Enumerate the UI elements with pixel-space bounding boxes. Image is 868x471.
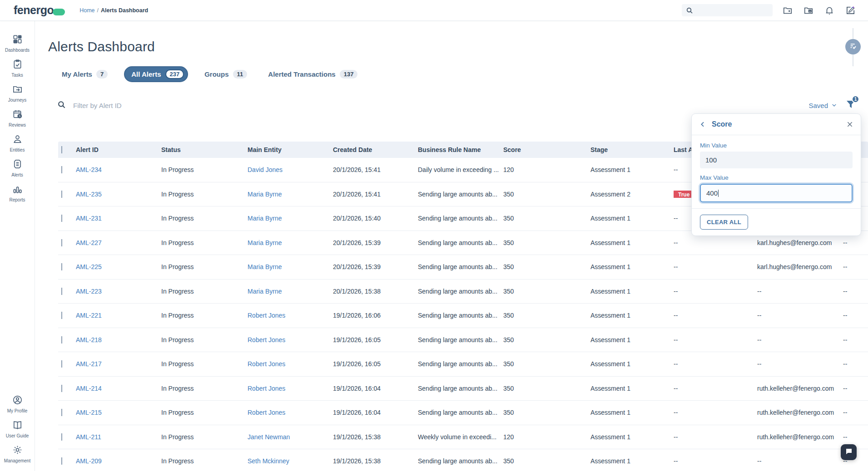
table-row[interactable]: AML-218 In Progress Robert Jones 19/1/20… (58, 328, 868, 353)
alert-id-link[interactable]: AML-214 (76, 385, 161, 392)
alert-id-link[interactable]: AML-231 (76, 215, 161, 222)
compose-ai-icon[interactable] (844, 5, 856, 16)
bell-icon[interactable] (823, 5, 835, 16)
back-chevron-icon[interactable] (699, 121, 706, 128)
main-entity-link[interactable]: Robert Jones (248, 360, 333, 368)
main-entity-link[interactable]: Robert Jones (248, 336, 333, 343)
alert-id-link[interactable]: AML-209 (76, 457, 161, 465)
main-entity-link[interactable]: Janet Newman (248, 433, 333, 441)
sidebar-item-reports[interactable]: Reports (0, 181, 35, 206)
stage-cell: Assessment 1 (590, 215, 674, 222)
clear-all-button[interactable]: CLEAR ALL (700, 215, 748, 230)
sidebar-item-alerts[interactable]: Alerts (0, 156, 35, 181)
row-checkbox[interactable] (61, 263, 62, 270)
reviews-icon (12, 109, 23, 121)
main-entity-link[interactable]: Maria Byrne (248, 215, 333, 222)
business-rule-cell: Sending large amounts ab... (418, 409, 503, 416)
col-main-entity[interactable]: Main Entity (248, 146, 333, 153)
sidebar-item-journeys[interactable]: Journeys (0, 81, 35, 106)
global-search-input[interactable] (696, 7, 769, 14)
sidebar-item-dashboards[interactable]: Dashboards (0, 31, 35, 56)
col-business-rule[interactable]: Business Rule Name (418, 146, 503, 153)
folder-add-icon[interactable] (782, 5, 794, 16)
main-entity-link[interactable]: Seth Mckinney (248, 457, 333, 465)
created-date-cell: 20/1/2026, 15:41 (333, 166, 418, 173)
business-rule-cell: Sending large amounts ab... (418, 191, 503, 198)
table-row[interactable]: AML-209 In Progress Seth Mckinney 19/1/2… (58, 449, 868, 471)
table-row[interactable]: AML-223 In Progress Maria Byrne 20/1/202… (58, 280, 868, 304)
row-checkbox[interactable] (61, 360, 62, 368)
col-score[interactable]: Score (503, 146, 590, 153)
table-row[interactable]: AML-217 In Progress Robert Jones 19/1/20… (58, 352, 868, 377)
main-entity-link[interactable]: Maria Byrne (248, 191, 333, 198)
alert-id-link[interactable]: AML-223 (76, 288, 161, 295)
row-checkbox[interactable] (61, 288, 62, 295)
sidebar-item-label: Entities (10, 147, 25, 152)
filter-toggle-button[interactable]: 1 (845, 99, 856, 112)
panel-title: Score (712, 120, 732, 128)
col-created-date[interactable]: Created Date (333, 146, 418, 153)
global-search[interactable] (682, 4, 773, 16)
alert-id-link[interactable]: AML-235 (76, 191, 161, 198)
chat-launcher-button[interactable] (841, 444, 857, 460)
table-row[interactable]: AML-225 In Progress Maria Byrne 20/1/202… (58, 255, 868, 280)
table-row[interactable]: AML-214 In Progress Robert Jones 19/1/20… (58, 377, 868, 401)
main-entity-link[interactable]: Robert Jones (248, 409, 333, 416)
alert-id-link[interactable]: AML-227 (76, 239, 161, 246)
col-alert-id[interactable]: Alert ID (76, 146, 161, 153)
main-entity-link[interactable]: Maria Byrne (248, 239, 333, 246)
alert-id-link[interactable]: AML-221 (76, 312, 161, 319)
business-rule-cell: Sending large amounts ab... (418, 385, 503, 392)
table-row[interactable]: AML-215 In Progress Robert Jones 19/1/20… (58, 401, 868, 425)
sidebar-item-user-guide[interactable]: User Guide (0, 417, 35, 442)
main-entity-link[interactable]: Robert Jones (248, 385, 333, 392)
tab-alerted-transactions[interactable]: Alerted Transactions 137 (263, 67, 362, 81)
table-row[interactable]: AML-221 In Progress Robert Jones 19/1/20… (58, 304, 868, 328)
alert-id-link[interactable]: AML-217 (76, 360, 161, 368)
col-stage[interactable]: Stage (590, 146, 674, 153)
col-status[interactable]: Status (161, 146, 248, 153)
tab-all-alerts[interactable]: All Alerts 237 (124, 66, 188, 82)
row-checkbox[interactable] (61, 433, 62, 441)
row-checkbox[interactable] (61, 191, 62, 198)
row-checkbox[interactable] (61, 457, 62, 465)
breadcrumb: Home / Alerts Dashboard (79, 7, 148, 14)
row-checkbox[interactable] (61, 166, 62, 173)
min-value-input[interactable]: 100 (700, 152, 853, 168)
fenergo-logo[interactable]: fenergo (14, 4, 65, 17)
close-icon[interactable] (846, 121, 853, 128)
alert-id-filter[interactable]: Filter by Alert ID (57, 100, 122, 111)
sidebar-item-management[interactable]: Management (0, 442, 35, 466)
alert-id-link[interactable]: AML-211 (76, 433, 161, 441)
main-entity-link[interactable]: Robert Jones (248, 312, 333, 319)
main-entity-link[interactable]: David Jones (248, 166, 333, 173)
folder-export-icon[interactable] (803, 5, 814, 16)
sidebar-item-reviews[interactable]: Reviews (0, 106, 35, 131)
row-checkbox[interactable] (61, 336, 62, 343)
alert-id-link[interactable]: AML-215 (76, 409, 161, 416)
tab-my-alerts[interactable]: My Alerts 7 (57, 67, 112, 81)
tab-groups[interactable]: Groups 11 (200, 67, 252, 81)
main-entity-link[interactable]: Maria Byrne (248, 263, 333, 270)
last-as-cell: -- (674, 239, 757, 246)
row-checkbox[interactable] (61, 385, 62, 392)
max-value-input[interactable]: 400 (700, 184, 853, 202)
main-entity-link[interactable]: Maria Byrne (248, 288, 333, 295)
row-checkbox[interactable] (61, 409, 62, 416)
select-all-checkbox[interactable] (61, 146, 62, 153)
row-checkbox[interactable] (61, 239, 62, 246)
alert-id-link[interactable]: AML-225 (76, 263, 161, 270)
status-cell: In Progress (161, 336, 248, 343)
table-row[interactable]: AML-211 In Progress Janet Newman 19/1/20… (58, 425, 868, 450)
sidebar-item-tasks[interactable]: Tasks (0, 56, 35, 81)
alert-id-link[interactable]: AML-218 (76, 336, 161, 343)
sidebar-item-my-profile[interactable]: My Profile (0, 392, 35, 417)
row-checkbox[interactable] (61, 215, 62, 222)
breadcrumb-home-link[interactable]: Home (79, 7, 94, 14)
saved-filters-dropdown[interactable]: Saved (808, 102, 837, 109)
status-cell: In Progress (161, 457, 248, 465)
alert-id-link[interactable]: AML-234 (76, 166, 161, 173)
row-checkbox[interactable] (61, 312, 62, 319)
task-drawer-toggle-button[interactable] (845, 39, 861, 54)
sidebar-item-entities[interactable]: Entities (0, 131, 35, 156)
